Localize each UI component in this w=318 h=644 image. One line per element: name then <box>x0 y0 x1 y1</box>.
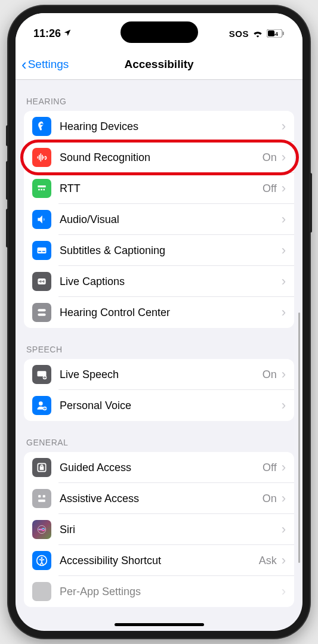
dynamic-island <box>121 21 198 43</box>
person-voice-icon <box>32 396 51 415</box>
svg-rect-16 <box>38 495 41 497</box>
chevron-right-icon: › <box>282 460 286 475</box>
row-hearing-control-center[interactable]: Hearing Control Center › <box>24 297 294 328</box>
chevron-right-icon: › <box>282 212 286 227</box>
siri-icon <box>32 520 51 539</box>
svg-rect-2 <box>283 32 284 35</box>
captions-icon <box>32 241 51 260</box>
row-label: RTT <box>60 182 263 195</box>
row-siri[interactable]: Siri › <box>24 514 294 545</box>
row-label: Subtitles & Captioning <box>60 244 282 257</box>
section-header-hearing: HEARING <box>16 80 302 111</box>
svg-text:44: 44 <box>272 31 278 37</box>
row-detail: Off <box>263 462 277 474</box>
row-label: Sound Recognition <box>60 151 263 164</box>
row-label: Siri <box>60 524 282 536</box>
chevron-right-icon: › <box>282 181 286 196</box>
svg-rect-17 <box>43 495 45 497</box>
svg-rect-9 <box>38 314 45 316</box>
screen: 11:26 SOS 44 ‹ Settings Accessibility <box>16 13 302 631</box>
row-label: Live Captions <box>60 275 282 288</box>
row-subtitles[interactable]: Subtitles & Captioning › <box>24 235 294 266</box>
row-label: Audio/Visual <box>60 213 282 226</box>
app-grid-icon <box>32 582 51 601</box>
row-label: Per-App Settings <box>60 586 282 598</box>
chevron-right-icon: › <box>282 491 286 506</box>
row-label: Assistive Access <box>60 493 263 505</box>
scroll-indicator[interactable] <box>298 312 300 563</box>
grid-icon <box>32 489 51 508</box>
row-detail: Ask <box>259 555 277 567</box>
chevron-right-icon: › <box>282 367 286 382</box>
battery-icon: 44 <box>267 29 285 38</box>
page-title: Accessibility <box>124 58 193 71</box>
svg-rect-4 <box>38 247 47 253</box>
sliders-icon <box>32 303 51 322</box>
list-group-hearing: Hearing Devices › Sound Recognition On ›… <box>24 111 294 328</box>
status-time: 11:26 <box>33 27 61 40</box>
row-personal-voice[interactable]: Personal Voice › <box>24 390 294 421</box>
row-detail: Off <box>263 182 277 195</box>
svg-rect-5 <box>38 251 41 252</box>
svg-rect-18 <box>38 500 45 502</box>
chevron-right-icon: › <box>282 522 286 537</box>
chevron-right-icon: › <box>282 119 286 134</box>
row-per-app-settings[interactable]: Per-App Settings › <box>24 576 294 607</box>
row-hearing-devices[interactable]: Hearing Devices › <box>24 111 294 142</box>
lock-frame-icon <box>32 458 51 477</box>
row-detail: On <box>263 151 277 164</box>
svg-point-21 <box>41 557 42 559</box>
row-label: Hearing Control Center <box>60 306 282 319</box>
phone-frame: 11:26 SOS 44 ‹ Settings Accessibility <box>8 6 310 638</box>
svg-point-12 <box>39 401 43 405</box>
row-assistive-access[interactable]: Assistive Access On › <box>24 483 294 514</box>
row-guided-access[interactable]: Guided Access Off › <box>24 452 294 483</box>
row-live-speech[interactable]: Live Speech On › <box>24 359 294 390</box>
content-area[interactable]: HEARING Hearing Devices › Sound Recognit… <box>16 80 302 631</box>
speaker-icon <box>32 210 51 229</box>
svg-rect-8 <box>38 309 45 311</box>
section-header-speech: SPEECH <box>16 328 302 359</box>
chevron-right-icon: › <box>282 305 286 320</box>
chevron-right-icon: › <box>282 398 286 413</box>
row-live-captions[interactable]: Live Captions › <box>24 266 294 297</box>
chevron-right-icon: › <box>282 150 286 165</box>
ear-icon <box>32 117 51 136</box>
row-label: Accessibility Shortcut <box>60 555 259 567</box>
row-rtt[interactable]: RTT Off › <box>24 173 294 204</box>
chevron-left-icon: ‹ <box>21 57 27 72</box>
list-group-speech: Live Speech On › Personal Voice › <box>24 359 294 421</box>
sos-indicator: SOS <box>229 29 249 39</box>
chevron-right-icon: › <box>282 274 286 289</box>
row-accessibility-shortcut[interactable]: Accessibility Shortcut Ask › <box>24 545 294 576</box>
row-label: Personal Voice <box>60 400 282 412</box>
tty-icon <box>32 179 51 198</box>
chevron-right-icon: › <box>282 553 286 568</box>
live-captions-icon <box>32 272 51 291</box>
chevron-right-icon: › <box>282 243 286 258</box>
back-button[interactable]: ‹ Settings <box>19 54 71 75</box>
row-detail: On <box>263 493 277 505</box>
keyboard-speech-icon <box>32 365 51 384</box>
row-detail: On <box>263 369 277 381</box>
row-label: Hearing Devices <box>60 120 282 133</box>
svg-rect-15 <box>41 467 44 469</box>
section-header-general: GENERAL <box>16 421 302 452</box>
wifi-icon <box>252 29 263 38</box>
chevron-right-icon: › <box>282 584 286 599</box>
sound-wave-icon <box>32 148 51 167</box>
home-indicator[interactable] <box>115 623 204 626</box>
list-group-general: Guided Access Off › Assistive Access On … <box>24 452 294 607</box>
accessibility-icon <box>32 551 51 570</box>
row-sound-recognition[interactable]: Sound Recognition On › <box>24 142 294 173</box>
svg-rect-6 <box>42 251 45 252</box>
nav-header: ‹ Settings Accessibility <box>16 49 302 80</box>
back-label: Settings <box>28 58 69 71</box>
row-label: Guided Access <box>60 462 263 474</box>
row-audio-visual[interactable]: Audio/Visual › <box>24 204 294 235</box>
location-icon <box>63 29 72 39</box>
row-label: Live Speech <box>60 369 263 381</box>
